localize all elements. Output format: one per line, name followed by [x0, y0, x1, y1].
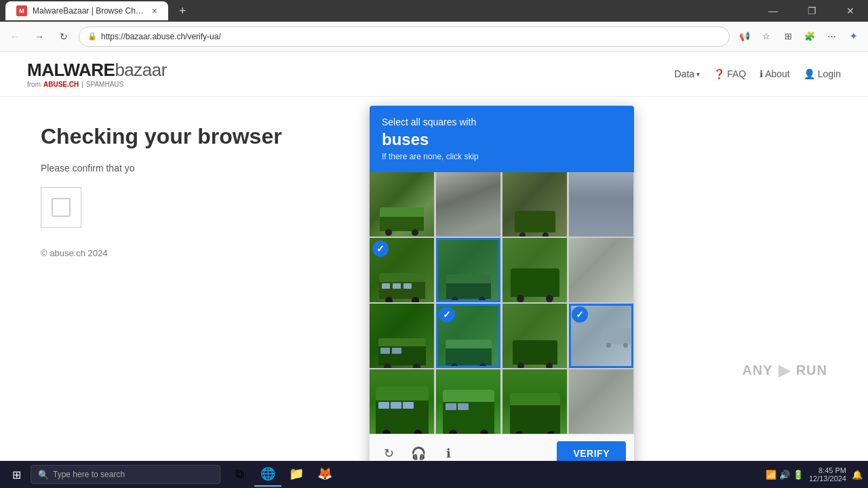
address-bar[interactable]: 🔒 https://bazaar.abuse.ch/verify-ua/ [79, 26, 730, 47]
site-header: MALWAREbazaar from ABUSE.CH | SPAMHAUS D… [0, 52, 868, 97]
faq-icon: ❓ [713, 68, 725, 79]
nav-faq[interactable]: ❓ FAQ [713, 68, 746, 79]
time-display: 8:45 PM [809, 466, 846, 474]
captcha-cell-0[interactable] [370, 172, 434, 237]
captcha-verify-button[interactable]: VERIFY [557, 441, 626, 461]
network-icon[interactable]: 📶 [766, 470, 776, 480]
data-dropdown-icon: ▾ [696, 70, 700, 78]
taskbar-clock[interactable]: 8:45 PM 12/13/2024 [809, 466, 846, 483]
captcha-cell-3[interactable] [569, 172, 633, 237]
captcha-cell-9[interactable]: ✓ [436, 304, 500, 368]
page-content: MALWAREbazaar from ABUSE.CH | SPAMHAUS D… [0, 52, 868, 461]
about-icon: ℹ [760, 68, 763, 79]
captcha-cell-12[interactable] [370, 369, 434, 434]
minimize-button[interactable]: — [760, 3, 786, 19]
tab-close-button[interactable]: × [152, 5, 157, 16]
taskbar-app-firefox[interactable]: 🦊 [311, 462, 338, 487]
browser-chrome: M MalwareBazaar | Browse Checkin... × + … [0, 0, 868, 52]
captcha-cell-10[interactable] [502, 304, 567, 368]
back-button[interactable]: ← [5, 27, 24, 46]
taskview-icon: ⧉ [235, 467, 244, 481]
browser-toolbar: ← → ↻ 🔒 https://bazaar.abuse.ch/verify-u… [0, 22, 868, 52]
taskbar-search-placeholder: Type here to search [53, 470, 125, 479]
anyrun-text: ANY [742, 363, 772, 378]
nav-data[interactable]: Data ▾ [675, 68, 701, 79]
cell-4-checkmark: ✓ [372, 241, 389, 257]
captcha-info-button[interactable]: ℹ [437, 443, 459, 461]
captcha-refresh-button[interactable]: ↻ [378, 443, 399, 461]
start-button[interactable]: ⊞ [5, 464, 28, 485]
volume-icon[interactable]: 🔊 [779, 470, 790, 480]
captcha-dialog: Select all squares with buses If there a… [370, 106, 634, 461]
restore-button[interactable]: ❐ [800, 3, 825, 19]
browser-titlebar: M MalwareBazaar | Browse Checkin... × + … [0, 0, 868, 22]
tab-favicon: M [16, 5, 27, 16]
captcha-prompt: Select all squares with [382, 117, 622, 127]
captcha-cell-8[interactable] [370, 304, 434, 368]
cell-9-checkmark: ✓ [439, 306, 455, 323]
login-icon: 👤 [804, 68, 815, 79]
captcha-cell-13[interactable] [436, 369, 500, 434]
logo-bazaar: bazaar [115, 60, 167, 80]
copilot-button[interactable]: ✦ [844, 27, 863, 46]
anyrun-play-icon: ▶ [778, 361, 791, 380]
captcha-cell-11[interactable]: ✓ [569, 304, 633, 368]
captcha-cell-1[interactable] [436, 172, 500, 237]
logo-abuse: ABUSE.CH [43, 81, 79, 88]
new-tab-button[interactable]: + [174, 3, 192, 20]
notifications-icon[interactable]: 🔔 [852, 470, 863, 480]
tab-title: MalwareBazaar | Browse Checkin... [33, 6, 146, 16]
start-icon: ⊞ [12, 469, 21, 481]
captcha-hint: If there are none, click skip [382, 152, 622, 161]
toolbar-icons: 📢 ☆ ⊞ 🧩 ⋯ ✦ [735, 27, 863, 46]
logo-from: from [27, 81, 41, 88]
logo-pipe: | [81, 81, 83, 88]
taskbar-apps: ⧉ 🌐 📁 🦊 [226, 462, 338, 487]
file-explorer-icon: 📁 [289, 466, 304, 481]
security-lock-icon: 🔒 [87, 32, 97, 41]
favorites-button[interactable]: ☆ [757, 27, 776, 46]
url-display: https://bazaar.abuse.ch/verify-ua/ [101, 32, 721, 41]
search-icon: 🔍 [38, 470, 49, 480]
captcha-cell-5[interactable] [436, 238, 500, 302]
taskbar-app-edge[interactable]: 🌐 [254, 462, 281, 487]
collections-button[interactable]: ⊞ [778, 27, 797, 46]
system-tray: 📶 🔊 🔋 [766, 470, 804, 480]
logo-text: MALWAREbazaar [27, 60, 167, 81]
date-display: 12/13/2024 [809, 474, 846, 483]
nav-login[interactable]: 👤 Login [804, 68, 841, 79]
captcha-image-grid: ✓ [370, 172, 634, 434]
captcha-audio-button[interactable]: 🎧 [408, 443, 429, 461]
close-button[interactable]: ✕ [838, 3, 863, 19]
forward-button[interactable]: → [30, 27, 49, 46]
captcha-cell-4[interactable]: ✓ [370, 238, 434, 302]
taskbar-app-explorer[interactable]: 📁 [283, 462, 310, 487]
refresh-button[interactable]: ↻ [54, 27, 73, 46]
captcha-cell-6[interactable] [502, 238, 567, 302]
nav-about[interactable]: ℹ About [760, 68, 790, 79]
extensions-button[interactable]: 🧩 [800, 27, 819, 46]
anyrun-run-text: RUN [796, 363, 827, 378]
logo-spamhaus: SPAMHAUS [86, 81, 123, 88]
taskbar-search[interactable]: 🔍 Type here to search [31, 465, 220, 484]
logo-malware: MALWARE [27, 60, 115, 80]
logo-subtitle: from ABUSE.CH | SPAMHAUS [27, 81, 167, 88]
browser-tab[interactable]: M MalwareBazaar | Browse Checkin... × [5, 1, 168, 20]
captcha-cell-7[interactable] [569, 238, 633, 302]
captcha-checkbox[interactable] [52, 198, 71, 217]
taskbar-app-taskview[interactable]: ⧉ [226, 462, 253, 487]
captcha-cell-2[interactable] [502, 172, 567, 237]
battery-icon[interactable]: 🔋 [793, 470, 804, 480]
firefox-icon: 🦊 [317, 466, 332, 481]
site-logo: MALWAREbazaar from ABUSE.CH | SPAMHAUS [27, 60, 167, 88]
captcha-cell-15[interactable] [569, 369, 633, 434]
read-aloud-button[interactable]: 📢 [735, 27, 754, 46]
settings-button[interactable]: ⋯ [822, 27, 841, 46]
captcha-header: Select all squares with buses If there a… [370, 106, 634, 172]
captcha-cell-14[interactable] [502, 369, 567, 434]
taskbar: ⊞ 🔍 Type here to search ⧉ 🌐 📁 🦊 📶 🔊 🔋 8:… [0, 461, 868, 488]
refresh-icon: ↻ [384, 446, 394, 461]
captcha-checkbox-area[interactable] [41, 187, 81, 228]
taskbar-right: 📶 🔊 🔋 8:45 PM 12/13/2024 🔔 [766, 466, 863, 483]
anyrun-watermark: ANY ▶ RUN [742, 361, 827, 380]
